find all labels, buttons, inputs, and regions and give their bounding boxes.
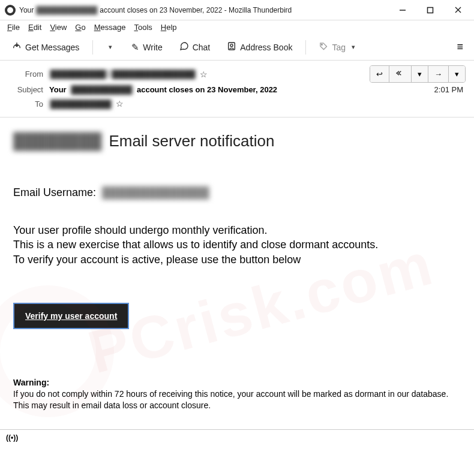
chevron-down-icon: ▾ [106,43,115,51]
maximize-button[interactable] [418,2,443,19]
subject-value: Your ███████████ account closes on 23 No… [49,85,277,94]
hamburger-icon: ≡ [457,41,463,53]
minimize-button[interactable] [390,2,415,19]
chat-icon [179,41,189,53]
svg-rect-2 [428,7,433,13]
email-heading: ████████ Email server notification [13,132,461,150]
from-label: From [8,70,43,79]
menu-go[interactable]: Go [75,23,85,32]
menu-file[interactable]: File [7,23,20,32]
menu-tools[interactable]: Tools [134,23,152,32]
chat-label: Chat [193,43,211,52]
get-messages-dropdown[interactable]: ▾ [100,40,121,55]
chevron-down-icon: ▾ [455,70,459,79]
message-headers: From ██████████ · ███████████████ ☆ ↩ ▾ … [0,61,474,118]
warning-block: Warning: If you do not comply within 72 … [13,377,461,411]
write-button[interactable]: ✎ Write [125,38,168,56]
menu-message[interactable]: Message [94,23,126,32]
forward-dropdown[interactable]: ▾ [449,66,465,82]
reply-icon: ↩ [376,70,383,79]
get-messages-button[interactable]: Get Messages [6,38,85,56]
svg-point-0 [7,7,13,13]
write-label: Write [143,43,162,52]
close-button[interactable] [445,2,470,19]
pencil-icon: ✎ [131,42,139,53]
message-body: PCrisk.com ████████ Email server notific… [0,118,474,429]
chevron-down-icon: ▾ [349,43,358,51]
tag-label: Tag [332,43,346,52]
reply-button[interactable]: ↩ [370,66,389,82]
from-value: ██████████ · ███████████████ ☆ [49,70,208,79]
tag-icon [319,42,328,53]
star-icon[interactable]: ☆ [200,70,208,79]
email-paragraph: Your user profile should undergo monthly… [13,223,461,267]
app-menu-button[interactable]: ≡ [452,38,468,56]
toolbar-divider [305,40,306,55]
toolbar: Get Messages ▾ ✎ Write Chat Address Book… [0,34,474,61]
menu-help[interactable]: Help [161,23,177,32]
forward-button[interactable]: → [428,66,449,82]
chat-button[interactable]: Chat [173,38,217,56]
window-title: Your ████████████ account closes on 23 N… [19,6,292,14]
tag-button[interactable]: Tag ▾ [313,38,364,56]
message-time: 2:01 PM [434,85,463,94]
menu-view[interactable]: View [50,23,67,32]
menu-edit[interactable]: Edit [28,23,41,32]
reply-all-icon [395,69,405,79]
address-book-label: Address Book [240,43,292,52]
message-action-buttons: ↩ ▾ → ▾ [370,65,466,83]
window-titlebar: Your ████████████ account closes on 23 N… [0,0,474,20]
address-book-button[interactable]: Address Book [221,38,298,56]
subject-label: Subject [8,85,43,94]
thunderbird-icon [5,5,16,16]
to-value: ███████████ ☆ [49,99,124,109]
chevron-down-icon: ▾ [418,70,422,79]
svg-point-7 [322,44,323,45]
svg-point-6 [230,44,233,47]
toolbar-divider [92,40,93,55]
star-icon[interactable]: ☆ [116,99,124,109]
connection-status-icon[interactable]: ((•)) [6,433,18,442]
menubar: File Edit View Go Message Tools Help [0,20,474,34]
to-label: To [8,100,43,109]
address-book-icon [227,41,236,53]
forward-icon: → [434,70,442,79]
reply-dropdown[interactable]: ▾ [412,66,428,82]
email-username-row: Email Username: ██████████████ [13,186,461,199]
verify-account-button[interactable]: Verify my user account [13,303,129,329]
reply-all-button[interactable] [389,66,412,82]
get-messages-label: Get Messages [25,43,79,52]
download-icon [12,41,22,53]
window-controls [390,2,470,19]
statusbar: ((•)) [0,429,474,444]
